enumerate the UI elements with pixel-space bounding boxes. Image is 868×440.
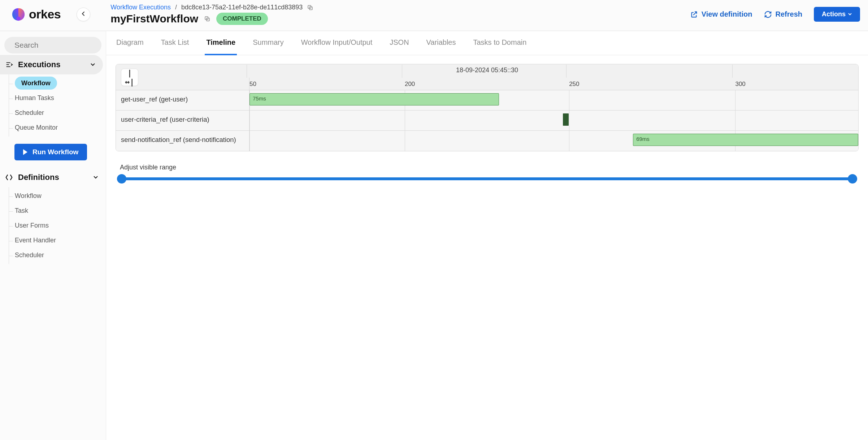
tab-tasks-to-domain[interactable]: Tasks to Domain	[472, 31, 528, 55]
sidebar-section-definitions[interactable]: Definitions	[0, 168, 106, 187]
sidebar-item-queue-monitor[interactable]: Queue Monitor	[9, 120, 106, 135]
range-label: Adjust visible range	[120, 164, 857, 171]
sidebar-item-label: User Forms	[15, 222, 49, 229]
search-field[interactable]	[14, 40, 110, 50]
main-content: DiagramTask ListTimelineSummaryWorkflow …	[106, 31, 868, 440]
timeline-row-label: get-user_ref (get-user)	[116, 90, 249, 110]
breadcrumb-sep: /	[175, 4, 177, 11]
sidebar-item-scheduler[interactable]: Scheduler	[9, 105, 106, 120]
sidebar-item-label: Workflow	[15, 192, 42, 199]
run-workflow-button[interactable]: Run Workflow	[14, 144, 87, 160]
timeline-bar[interactable]: 75ms	[249, 93, 499, 105]
section-label: Executions	[18, 60, 60, 69]
svg-point-0	[16, 16, 20, 20]
breadcrumb-id: bdc8ce13-75a2-11ef-b28e-de111cd83893	[181, 4, 303, 11]
tab-diagram[interactable]: Diagram	[115, 31, 145, 55]
sidebar-section-executions[interactable]: Executions	[0, 55, 103, 74]
sidebar-item-label: Human Tasks	[15, 94, 54, 102]
timeline-tick: 300	[735, 81, 745, 88]
sidebar-item-workflow[interactable]: Workflow	[9, 189, 106, 203]
breadcrumb: Workflow Executions / bdc8ce13-75a2-11ef…	[110, 4, 313, 11]
timeline-row-label: send-notification_ref (send-notification…	[116, 131, 249, 151]
refresh-link[interactable]: Refresh	[764, 10, 802, 18]
chevron-down-icon	[93, 173, 99, 182]
tab-timeline[interactable]: Timeline	[205, 31, 237, 55]
timeline-bar[interactable]	[563, 113, 569, 126]
timeline-row-label: user-criteria_ref (user-criteria)	[116, 111, 249, 130]
play-icon	[23, 149, 27, 155]
tab-workflow-input-output[interactable]: Workflow Input/Output	[300, 31, 374, 55]
orkes-logo-icon	[11, 7, 26, 22]
brand-name: orkes	[29, 7, 61, 21]
timeline-tick: 200	[405, 81, 415, 88]
tabs: DiagramTask ListTimelineSummaryWorkflow …	[106, 31, 868, 55]
actions-label: Actions	[822, 10, 846, 18]
run-workflow-label: Run Workflow	[32, 148, 78, 156]
back-button[interactable]	[77, 8, 90, 21]
sidebar-item-scheduler[interactable]: Scheduler	[9, 248, 106, 263]
copy-title-icon[interactable]	[204, 16, 211, 22]
executions-icon	[5, 61, 13, 69]
sidebar-item-label: Task	[15, 207, 28, 214]
sidebar-item-human-tasks[interactable]: Human Tasks	[9, 91, 106, 105]
definitions-icon	[5, 173, 13, 181]
refresh-label: Refresh	[776, 10, 802, 18]
tab-json[interactable]: JSON	[388, 31, 410, 55]
chevron-down-icon	[848, 10, 852, 18]
timeline-bar[interactable]: 69ms	[633, 134, 858, 146]
sidebar-item-label: Workflow	[15, 77, 57, 90]
view-definition-link[interactable]: View definition	[690, 10, 752, 18]
timeline-row: user-criteria_ref (user-criteria)	[116, 111, 858, 131]
timeline-gantt: |↔| 18-09-2024 05:45::30 50200250300 get…	[116, 64, 859, 151]
sidebar-item-workflow[interactable]: Workflow	[9, 76, 106, 91]
breadcrumb-link[interactable]: Workflow Executions	[110, 4, 171, 11]
sidebar-item-user-forms[interactable]: User Forms	[9, 218, 106, 233]
timeline-timestamp: 18-09-2024 05:45::30	[116, 64, 858, 74]
logo: orkes	[4, 7, 61, 22]
sidebar-item-task[interactable]: Task	[9, 203, 106, 218]
sidebar-item-label: Event Handler	[15, 237, 56, 244]
timeline-row: send-notification_ref (send-notification…	[116, 131, 858, 151]
chevron-left-icon	[81, 11, 86, 18]
range-slider[interactable]	[117, 174, 857, 184]
timeline-tick: 250	[569, 81, 579, 88]
section-label: Definitions	[18, 173, 59, 182]
search-input[interactable]: ⌘ K	[4, 37, 101, 53]
tab-variables[interactable]: Variables	[425, 31, 457, 55]
tab-task-list[interactable]: Task List	[160, 31, 191, 55]
sidebar-item-event-handler[interactable]: Event Handler	[9, 233, 106, 248]
refresh-icon	[764, 10, 772, 18]
copy-icon[interactable]	[307, 4, 313, 11]
external-link-icon	[690, 10, 698, 18]
workflow-title: myFirstWorkflow	[110, 13, 198, 25]
sidebar-item-label: Scheduler	[15, 251, 44, 259]
actions-button[interactable]: Actions	[814, 7, 860, 22]
sidebar-item-label: Scheduler	[15, 109, 44, 116]
sidebar-item-label: Queue Monitor	[15, 124, 58, 131]
sidebar: ⌘ K ExecutionsWorkflowHuman TasksSchedul…	[0, 31, 106, 440]
chevron-down-icon	[90, 60, 96, 69]
timeline-row: get-user_ref (get-user)75ms	[116, 90, 858, 111]
status-badge: COMPLETED	[216, 13, 268, 25]
topbar: orkes Workflow Executions / bdc8ce13-75a…	[0, 0, 868, 31]
tab-summary[interactable]: Summary	[251, 31, 285, 55]
view-definition-label: View definition	[702, 10, 752, 18]
timeline-tick: 50	[249, 81, 256, 88]
